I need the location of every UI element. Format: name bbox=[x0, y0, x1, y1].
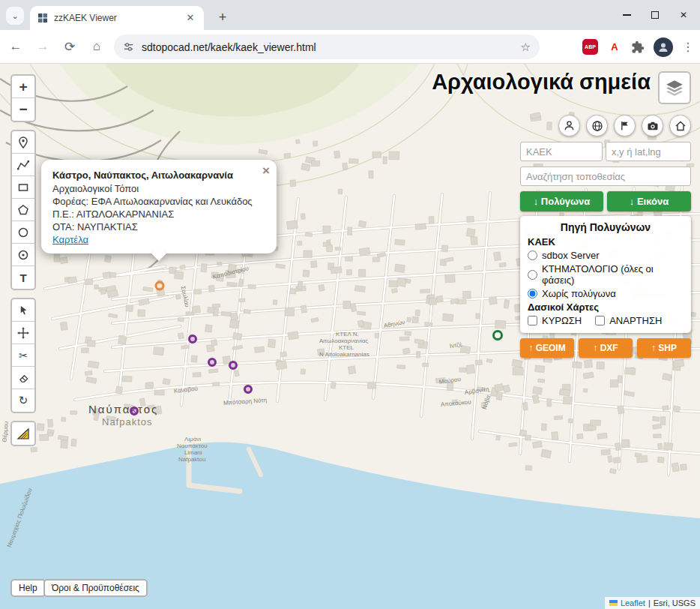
profile-avatar[interactable] bbox=[654, 38, 673, 57]
browser-menu-icon[interactable]: ⋮ bbox=[682, 40, 694, 54]
terms-button[interactable]: Όροι & Προϋποθέσεις bbox=[43, 579, 148, 597]
browser-window: ⌄ zzKAEK Viewer ✕ + ✕ ← → ⟳ ⌂ bbox=[0, 0, 700, 609]
draw-rectangle-button[interactable] bbox=[12, 176, 34, 199]
sdbox-radio-label[interactable]: sdbox Server bbox=[542, 250, 600, 261]
minimize-button[interactable] bbox=[622, 10, 631, 20]
extensions-puzzle-icon[interactable] bbox=[631, 40, 645, 54]
globe-button[interactable] bbox=[586, 115, 608, 136]
camera-button[interactable] bbox=[642, 115, 663, 136]
purple-circle-marker[interactable] bbox=[229, 361, 238, 370]
zoom-out-button[interactable]: − bbox=[12, 98, 34, 121]
forest-maps-label: Δασικοί Χάρτες bbox=[528, 302, 684, 313]
browser-tab[interactable]: zzKAEK Viewer ✕ bbox=[30, 6, 204, 30]
ukraine-flag-icon bbox=[609, 600, 618, 606]
kyrosi-row[interactable]: ΚΥΡΩΣΗ bbox=[528, 315, 582, 326]
map-attribution: Leaflet | Esri, USGS bbox=[605, 597, 700, 609]
rectangle-icon bbox=[17, 182, 29, 194]
draw-polygon-button[interactable] bbox=[12, 199, 34, 221]
forward-icon[interactable]: → bbox=[31, 35, 54, 58]
address-bar[interactable]: sdtopocad.net/kaek/kaek_viewer.html ☆ bbox=[114, 34, 540, 59]
remove-layers-button[interactable] bbox=[12, 367, 34, 389]
kaek-input[interactable] bbox=[520, 142, 603, 161]
no-polygons-radio[interactable] bbox=[528, 289, 537, 298]
upload-dxf-button[interactable]: ↑ DXF bbox=[579, 338, 633, 358]
download-image-button[interactable]: ↓ Εικόνα bbox=[607, 191, 691, 212]
panel-title: Πηγή Πολυγώνων bbox=[528, 221, 684, 233]
upload-shp-button[interactable]: ↑ SHP bbox=[637, 338, 691, 358]
leaflet-link[interactable]: Leaflet bbox=[621, 598, 645, 608]
upload-geoim-button[interactable]: ↑ GEOIM bbox=[520, 338, 574, 358]
anartisi-row[interactable]: ΑΝΑΡΤΗΣΗ bbox=[595, 315, 662, 326]
popup-close-icon[interactable]: × bbox=[262, 164, 270, 178]
anartisi-checkbox-label[interactable]: ΑΝΑΡΤΗΣΗ bbox=[609, 315, 662, 326]
zoom-in-button[interactable]: + bbox=[12, 76, 34, 98]
tab-favicon bbox=[37, 13, 48, 23]
polygon-source-panel: Πηγή Πολυγώνων ΚΑΕΚ sdbox Server ΚΤΗΜΑΤΟ… bbox=[520, 216, 691, 333]
back-icon[interactable]: ← bbox=[4, 35, 27, 58]
person-button[interactable] bbox=[558, 115, 580, 136]
radio-row-ktimatologio[interactable]: ΚΤΗΜΑΤΟΛΟΓΙΟ (όλες οι φάσεις) bbox=[528, 263, 684, 286]
site-settings-icon[interactable] bbox=[123, 41, 134, 52]
home-icon[interactable]: ⌂ bbox=[85, 35, 108, 58]
green-circle-marker[interactable] bbox=[492, 330, 503, 340]
purple-circle-marker[interactable] bbox=[130, 406, 139, 416]
anartisi-checkbox[interactable] bbox=[595, 316, 605, 326]
popup-line: Αρχαιολογικοί Τόποι bbox=[52, 183, 262, 194]
house-icon bbox=[675, 120, 687, 132]
url-text[interactable]: sdtopocad.net/kaek/kaek_viewer.html bbox=[142, 41, 513, 53]
measure-toolbar bbox=[10, 421, 36, 446]
kyrosi-checkbox-label[interactable]: ΚΥΡΩΣΗ bbox=[542, 315, 582, 326]
popup-title: Κάστρο, Ναύπακτος, Αιτωλοακαρνανία bbox=[52, 170, 262, 181]
move-arrows-icon bbox=[17, 327, 29, 339]
popup-card-link[interactable]: Καρτέλα bbox=[52, 234, 88, 245]
home-extent-button[interactable] bbox=[669, 115, 691, 136]
close-button[interactable]: ✕ bbox=[679, 10, 688, 20]
maximize-button[interactable] bbox=[651, 10, 660, 20]
draw-circlemarker-button[interactable] bbox=[12, 244, 34, 266]
draw-circle-button[interactable] bbox=[12, 221, 34, 244]
ktimatologio-radio-label[interactable]: ΚΤΗΜΑΤΟΛΟΓΙΟ (όλες οι φάσεις) bbox=[542, 263, 684, 286]
new-tab-button[interactable]: + bbox=[213, 8, 232, 27]
draw-polyline-button[interactable] bbox=[12, 154, 34, 176]
kyrosi-checkbox[interactable] bbox=[528, 316, 537, 326]
bookmark-star-icon[interactable]: ☆ bbox=[521, 40, 531, 54]
layers-control[interactable] bbox=[658, 71, 691, 104]
download-polygons-button[interactable]: ↓ Πολύγωνα bbox=[520, 191, 603, 212]
reload-icon[interactable]: ⟳ bbox=[58, 35, 81, 58]
flag-button[interactable] bbox=[614, 115, 636, 136]
acrobat-extension-icon[interactable]: A bbox=[607, 40, 622, 55]
radio-row-sdbox[interactable]: sdbox Server bbox=[528, 250, 684, 261]
rotate-layers-button[interactable]: ↻ bbox=[12, 389, 34, 412]
orange-circle-marker[interactable] bbox=[155, 281, 165, 291]
angle-ruler-button[interactable] bbox=[12, 422, 34, 445]
circle-marker-icon bbox=[17, 249, 29, 261]
cut-layers-button[interactable]: ✂ bbox=[12, 344, 34, 367]
no-polygons-radio-label[interactable]: Χωρίς πολύγωνα bbox=[542, 288, 616, 299]
kaek-group-label: ΚΑΕΚ bbox=[528, 236, 684, 248]
purple-circle-marker[interactable] bbox=[244, 385, 253, 394]
radio-row-no-polygons[interactable]: Χωρίς πολύγωνα bbox=[528, 288, 684, 299]
circle-icon bbox=[17, 226, 29, 238]
map-viewport[interactable]: ΝαύπακτοςNafpaktosΛιμάνιΝαυπάκτουLimaniN… bbox=[0, 64, 700, 609]
help-button[interactable]: Help bbox=[10, 579, 46, 597]
attribution-source: Esri, USGS bbox=[654, 598, 696, 608]
edit-vertices-button[interactable] bbox=[12, 299, 34, 322]
popup-line: Φορέας: ΕΦΑ Αιτωλοακαρνανίας και Λευκάδο… bbox=[52, 196, 262, 207]
location-search-input[interactable] bbox=[520, 166, 691, 186]
camera-icon bbox=[647, 120, 659, 132]
tab-search-button[interactable]: ⌄ bbox=[6, 7, 24, 25]
triangle-ruler-icon bbox=[16, 427, 30, 440]
draw-text-button[interactable]: T bbox=[12, 266, 34, 289]
ktimatologio-radio[interactable] bbox=[528, 270, 537, 280]
purple-circle-marker[interactable] bbox=[208, 358, 217, 367]
purple-circle-marker[interactable] bbox=[188, 334, 197, 344]
coords-input[interactable] bbox=[606, 142, 691, 161]
tab-bar: ⌄ zzKAEK Viewer ✕ + ✕ bbox=[0, 0, 700, 30]
drag-layers-button[interactable] bbox=[12, 322, 34, 344]
sdbox-radio[interactable] bbox=[528, 250, 537, 260]
draw-marker-button[interactable] bbox=[12, 131, 34, 154]
adblock-extension-icon[interactable]: ABP bbox=[582, 39, 598, 55]
tab-title: zzKAEK Viewer bbox=[54, 13, 178, 23]
tab-close-icon[interactable]: ✕ bbox=[184, 12, 196, 24]
draw-toolbar: T bbox=[10, 130, 36, 290]
